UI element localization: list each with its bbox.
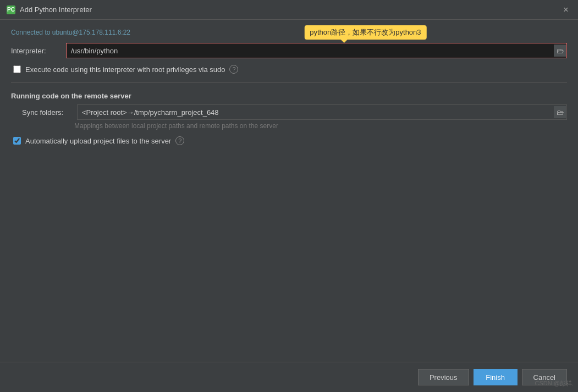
dialog-content: Connected to ubuntu@175.178.111.6:22 Int… — [0, 20, 578, 362]
execute-code-checkbox[interactable] — [13, 65, 21, 73]
running-code-section: Running code on the remote server Sync f… — [11, 92, 567, 145]
execute-code-help-icon[interactable]: ? — [229, 65, 238, 74]
section-divider — [11, 82, 567, 83]
interpreter-input-container: python路径，如果不行改为python3 🗁 — [66, 43, 567, 58]
dialog-footer: Previous Finish Cancel — [0, 362, 578, 392]
interpreter-input[interactable] — [66, 43, 567, 58]
dialog-title: Add Python Interpreter — [20, 5, 560, 14]
close-button[interactable]: × — [560, 4, 571, 15]
finish-button[interactable]: Finish — [474, 369, 518, 385]
auto-upload-help-icon[interactable]: ? — [175, 136, 184, 145]
dialog-window: PC Add Python Interpreter × Connected to… — [0, 0, 578, 392]
sync-folders-row: Sync folders: 🗁 — [11, 104, 567, 120]
running-code-title: Running code on the remote server — [11, 92, 567, 100]
sync-folders-browse-button[interactable]: 🗁 — [554, 106, 566, 118]
interpreter-browse-button[interactable]: 🗁 — [554, 45, 566, 57]
watermark: CSDN @彭祥. — [535, 379, 574, 388]
auto-upload-checkbox[interactable] — [13, 137, 21, 145]
sync-input-container: 🗁 — [77, 104, 567, 120]
execute-code-label: Execute code using this interpreter with… — [25, 65, 225, 74]
sync-folder-icon: 🗁 — [557, 108, 564, 117]
app-icon: PC — [7, 5, 15, 14]
connection-info: Connected to ubuntu@175.178.111.6:22 — [11, 29, 567, 36]
mappings-hint: Mappings between local project paths and… — [11, 122, 567, 130]
content-spacer — [11, 152, 567, 353]
auto-upload-row: Automatically upload project files to th… — [11, 136, 567, 145]
execute-code-row: Execute code using this interpreter with… — [11, 65, 567, 74]
sync-folders-input[interactable] — [77, 104, 567, 120]
interpreter-row: Interpreter: python路径，如果不行改为python3 🗁 — [11, 43, 567, 58]
interpreter-label: Interpreter: — [11, 47, 60, 55]
previous-button[interactable]: Previous — [418, 369, 469, 385]
title-bar: PC Add Python Interpreter × — [0, 0, 578, 20]
folder-icon: 🗁 — [557, 47, 564, 55]
auto-upload-label: Automatically upload project files to th… — [25, 137, 171, 145]
sync-folders-label: Sync folders: — [22, 108, 71, 117]
